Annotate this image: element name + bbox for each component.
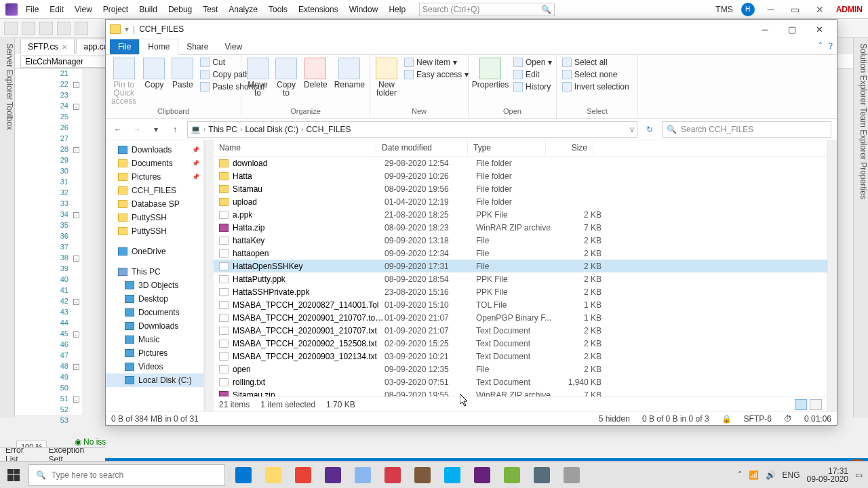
file-row[interactable]: upload01-04-2020 12:19File folder xyxy=(214,195,827,208)
thumbnails-view-button[interactable] xyxy=(810,399,822,410)
explorer-minimize-button[interactable]: ─ xyxy=(751,21,778,37)
taskbar-clock[interactable]: 17:31 09-09-2020 xyxy=(807,467,848,483)
nav-music[interactable]: Music xyxy=(106,333,203,346)
nav-item-puttyssh[interactable]: PuttySSH xyxy=(106,224,203,238)
breadcrumb-dropdown-icon[interactable]: v xyxy=(630,125,634,134)
file-row[interactable]: HattaOpenSSHKey09-09-2020 17:31File2 KB xyxy=(214,260,827,272)
vs-open-button[interactable] xyxy=(57,22,71,35)
taskbar-app-9[interactable] xyxy=(498,462,526,489)
vs-menu-build[interactable]: Build xyxy=(134,2,163,17)
fold-icon[interactable]: - xyxy=(73,396,79,403)
explorer-titlebar[interactable]: ▾ | CCH_FILES ─ ▢ ✕ xyxy=(106,20,837,39)
paste-button[interactable]: Paste xyxy=(172,58,193,89)
ribbon-collapse-icon[interactable]: ˄ xyxy=(818,41,823,51)
fold-icon[interactable]: - xyxy=(73,82,79,88)
vs-minimize-button[interactable]: ─ xyxy=(763,4,779,15)
vs-error-list-bar[interactable]: Error List Exception Sett xyxy=(0,447,105,461)
nav-desktop[interactable]: Desktop xyxy=(106,292,203,306)
file-row[interactable]: MSABA_TPCCH_20200903_102134.txt03-09-202… xyxy=(214,350,827,363)
taskbar-app-11[interactable] xyxy=(557,462,586,489)
system-tray[interactable]: ˄ 📶 🔊 ENG 17:31 09-09-2020 ▭ xyxy=(738,467,868,483)
nav-item-pictures[interactable]: Pictures xyxy=(106,170,203,184)
file-row[interactable]: Hatta09-09-2020 10:26File folder xyxy=(214,169,827,182)
ribbon-tab-file[interactable]: File xyxy=(110,39,139,54)
explorer-search-input[interactable]: 🔍 Search CCH_FILES xyxy=(662,121,831,138)
file-row[interactable]: hattaKey09-09-2020 13:18File2 KB xyxy=(214,234,827,247)
col-size[interactable]: Size xyxy=(546,140,593,156)
copy-button[interactable]: Copy xyxy=(143,58,165,89)
fold-icon[interactable]: - xyxy=(73,104,79,110)
vs-close-button[interactable]: ✕ xyxy=(812,4,828,15)
vs-new-button[interactable] xyxy=(39,22,53,35)
file-scrollbar[interactable] xyxy=(827,140,837,411)
vs-search-input[interactable]: Search (Ctrl+Q)🔍 xyxy=(419,3,555,16)
nav-downloads[interactable]: Downloads xyxy=(106,319,203,333)
tray-chevron-icon[interactable]: ˄ xyxy=(738,470,742,480)
file-row[interactable]: HattaPutty.ppk08-09-2020 18:54PPK File2 … xyxy=(214,272,827,285)
vs-right-toolwindows[interactable]: Solution Explorer Team Explorer Properti… xyxy=(853,38,868,418)
vs-menu-edit[interactable]: Edit xyxy=(44,2,69,17)
taskbar-app-10[interactable] xyxy=(528,462,556,489)
vs-avatar[interactable]: H xyxy=(741,3,755,16)
fold-icon[interactable]: - xyxy=(73,256,79,262)
file-row[interactable]: Hatta.zip08-09-2020 18:23WinRAR ZIP arch… xyxy=(214,221,827,234)
vs-menu-file[interactable]: File xyxy=(20,2,44,17)
taskbar-app-2[interactable] xyxy=(289,462,317,489)
vs-menu-window[interactable]: Window xyxy=(344,2,384,17)
file-row[interactable]: MSABA_TPCCH_20200902_152508.txt02-09-202… xyxy=(214,337,827,350)
file-row[interactable]: download29-08-2020 12:54File folder xyxy=(214,157,827,169)
col-type[interactable]: Type xyxy=(468,140,546,156)
breadcrumb[interactable]: 💻› This PC› Local Disk (C:)› CCH_FILES v xyxy=(187,121,637,138)
file-row[interactable]: HattaSSHPrivate.ppk23-08-2020 15:16PPK F… xyxy=(214,285,827,298)
move-to-button[interactable]: Move to xyxy=(247,58,269,97)
vs-restore-button[interactable]: ▭ xyxy=(787,4,804,15)
properties-button[interactable]: Properties xyxy=(474,58,507,89)
nav-up-button[interactable]: ↑ xyxy=(168,123,182,136)
nav-documents[interactable]: Documents xyxy=(106,306,203,319)
taskbar-app-1[interactable] xyxy=(259,462,288,489)
file-list[interactable]: download29-08-2020 12:54File folderHatta… xyxy=(214,157,827,396)
vs-save-button[interactable] xyxy=(75,22,88,35)
file-row[interactable]: Sitamau08-09-2020 19:56File folder xyxy=(214,182,827,195)
taskbar-app-3[interactable] xyxy=(319,462,347,489)
file-row[interactable]: open09-09-2020 12:35File2 KB xyxy=(214,363,827,375)
delete-button[interactable]: Delete xyxy=(304,58,328,89)
nav-item-downloads[interactable]: Downloads xyxy=(106,143,203,157)
details-view-button[interactable] xyxy=(795,399,807,410)
select-none-button[interactable]: Select none xyxy=(562,70,629,79)
vs-menu-analyze[interactable]: Analyze xyxy=(223,2,263,17)
refresh-button[interactable]: ↻ xyxy=(643,125,656,134)
taskbar-app-6[interactable] xyxy=(408,462,437,489)
invert-selection-button[interactable]: Invert selection xyxy=(562,82,629,92)
taskbar-app-5[interactable] xyxy=(378,462,407,489)
fold-icon[interactable]: - xyxy=(73,212,79,218)
pin-quick-access-button[interactable]: Pin to Quick access xyxy=(111,58,136,105)
file-row[interactable]: MSABA_TPCCH_20200827_114001.Tol01-09-202… xyxy=(214,298,827,311)
vs-menu-test[interactable]: Test xyxy=(197,2,223,17)
start-button[interactable] xyxy=(0,462,27,489)
volume-icon[interactable]: 🔊 xyxy=(766,470,776,480)
nav-item-database-sp[interactable]: Database SP xyxy=(106,197,203,211)
vs-tab-sftp[interactable]: SFTP.cs✕ xyxy=(20,39,75,54)
taskbar-app-7[interactable] xyxy=(438,462,467,489)
nav-item-puttyssh[interactable]: PuttySSH xyxy=(106,211,203,224)
nav-local-disk-c-[interactable]: Local Disk (C:) xyxy=(106,373,203,387)
fold-icon[interactable]: - xyxy=(73,364,79,370)
new-folder-button[interactable]: New folder xyxy=(376,58,397,97)
nav-pane[interactable]: DownloadsDocumentsPicturesCCH_FILESDatab… xyxy=(106,140,204,411)
nav-3d-objects[interactable]: 3D Objects xyxy=(106,279,203,292)
taskbar-search-input[interactable]: 🔍 Type here to search xyxy=(28,464,225,486)
ribbon-tab-home[interactable]: Home xyxy=(139,39,178,55)
col-date[interactable]: Date modified xyxy=(376,140,468,156)
file-row[interactable]: MSABA_TPCCH_20200901_210707.tol.GPG01-09… xyxy=(214,311,827,324)
vs-back-button[interactable] xyxy=(4,22,18,35)
nav-pictures[interactable]: Pictures xyxy=(106,346,203,360)
nav-recent-button[interactable]: ▾ xyxy=(149,123,163,136)
file-row[interactable]: hattaopen09-09-2020 12:34File2 KB xyxy=(214,247,827,260)
file-row[interactable]: rolling.txt03-09-2020 07:51Text Document… xyxy=(214,375,827,388)
notifications-icon[interactable]: ▭ xyxy=(855,470,863,480)
new-item-button[interactable]: New item ▾ xyxy=(404,58,469,67)
explorer-close-button[interactable]: ✕ xyxy=(806,21,833,37)
ribbon-help-icon[interactable]: ? xyxy=(828,41,833,51)
vs-menu-tools[interactable]: Tools xyxy=(263,2,293,17)
